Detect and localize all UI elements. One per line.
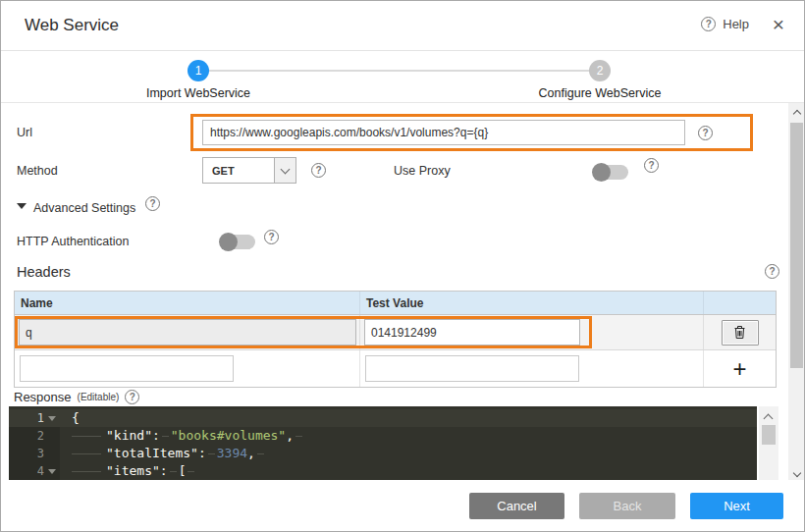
code-token: "items": [106, 463, 160, 478]
code-token: "totalItems": [106, 446, 198, 460]
url-highlight-box: ?: [190, 114, 753, 151]
method-select[interactable]: GET: [202, 157, 296, 184]
table-row: [15, 315, 776, 350]
advanced-settings-help-icon[interactable]: ?: [145, 196, 160, 211]
header-name-input[interactable]: [19, 319, 356, 346]
toggle-knob: [219, 233, 238, 251]
cancel-button[interactable]: Cancel: [469, 493, 564, 519]
http-auth-help-icon[interactable]: ?: [264, 230, 279, 244]
code-token: "books#volumes": [171, 428, 286, 443]
trash-icon: [733, 325, 746, 340]
code-token: "kind": [106, 428, 152, 443]
add-row-button[interactable]: +: [732, 357, 746, 381]
headers-help-icon[interactable]: ?: [765, 264, 779, 279]
advanced-settings-collapse-icon[interactable]: [17, 203, 27, 209]
table-header-row: Name Test Value: [15, 292, 776, 315]
stepper-connector: [205, 70, 594, 72]
response-code-editor[interactable]: 1 { 2 "kind":"books#volumes", 3 "totalIt…: [9, 406, 778, 482]
page-scrollbar-thumb[interactable]: [790, 123, 803, 368]
code-token: :: [152, 428, 160, 443]
code-token: :: [198, 446, 206, 460]
column-header-name: Name: [15, 292, 360, 314]
use-proxy-help-icon[interactable]: ?: [644, 158, 659, 173]
headers-table: Name Test Value: [14, 291, 777, 388]
titlebar: Web Service ? Help ×: [1, 1, 804, 51]
code-line-3[interactable]: 3 "totalItems":3394,: [9, 445, 757, 462]
column-header-test-value: Test Value: [360, 292, 704, 314]
http-auth-label: HTTP Authentication: [17, 235, 129, 248]
url-input[interactable]: [202, 120, 685, 145]
web-service-dialog: Web Service ? Help × 1 Import WebService…: [0, 0, 805, 532]
line-number: 2: [37, 429, 44, 443]
code-token: 3394: [217, 446, 247, 460]
method-selected-value: GET: [212, 165, 235, 177]
response-label-row: Response (Editable) ?: [14, 390, 139, 404]
code-fold-icon[interactable]: [48, 469, 56, 474]
code-line-1[interactable]: 1 {: [9, 409, 757, 427]
step-1-circle[interactable]: 1: [188, 60, 209, 81]
code-line-2[interactable]: 2 "kind":"books#volumes",: [9, 427, 757, 445]
table-row-new: +: [15, 350, 776, 387]
help-icon[interactable]: ?: [701, 17, 716, 31]
back-button[interactable]: Back: [579, 493, 675, 519]
editor-scrollbar[interactable]: [757, 406, 778, 482]
code-line-4[interactable]: 4 "items":[: [9, 462, 757, 480]
code-token: [: [179, 463, 187, 478]
next-button[interactable]: Next: [690, 493, 783, 519]
page-scrollbar[interactable]: [788, 103, 805, 482]
help-label[interactable]: Help: [723, 17, 749, 31]
close-icon[interactable]: ×: [773, 13, 784, 36]
code-token: {: [72, 410, 80, 425]
wizard-stepper: 1 Import WebService 2 Configure WebServi…: [1, 52, 804, 102]
step-2-circle[interactable]: 2: [589, 60, 611, 81]
method-help-icon[interactable]: ?: [311, 163, 326, 178]
help-button[interactable]: ? Help: [701, 17, 749, 31]
toggle-knob: [592, 163, 611, 182]
new-header-name-input[interactable]: [20, 355, 234, 382]
editor-scroll-up-icon[interactable]: [764, 414, 774, 424]
code-fold-icon[interactable]: [48, 416, 56, 421]
response-label: Response: [14, 390, 72, 404]
url-help-icon[interactable]: ?: [698, 126, 713, 140]
method-label: Method: [17, 164, 58, 178]
content-area: Url ? Method GET ? Use Proxy ? Advanced …: [1, 102, 805, 482]
footer: Cancel Back Next: [1, 480, 804, 531]
response-editable-label: (Editable): [78, 392, 120, 402]
scroll-up-button[interactable]: [788, 103, 805, 121]
line-number: 1: [37, 411, 44, 425]
line-number: 4: [37, 464, 44, 478]
advanced-settings-label[interactable]: Advanced Settings: [33, 201, 135, 215]
step-2-label: Configure WebService: [492, 86, 708, 100]
code-editor-lines[interactable]: 1 { 2 "kind":"books#volumes", 3 "totalIt…: [9, 406, 757, 482]
header-test-value-input[interactable]: [364, 319, 580, 346]
step-1-label: Import WebService: [90, 86, 306, 100]
code-token: ,: [247, 446, 255, 460]
http-auth-toggle[interactable]: [220, 235, 255, 249]
line-number: 3: [37, 447, 44, 460]
url-label: Url: [17, 126, 32, 139]
column-header-actions: [704, 292, 776, 314]
use-proxy-label: Use Proxy: [394, 164, 451, 178]
code-token: ,: [286, 428, 294, 443]
editor-scrollbar-thumb[interactable]: [762, 425, 776, 445]
code-token: :: [160, 463, 168, 478]
new-header-test-value-input[interactable]: [365, 355, 579, 382]
headers-section-title: Headers: [17, 264, 71, 280]
use-proxy-toggle[interactable]: [593, 165, 628, 180]
delete-row-button[interactable]: [722, 320, 759, 346]
chevron-down-icon[interactable]: [274, 158, 295, 183]
dialog-title: Web Service: [25, 16, 119, 35]
response-help-icon[interactable]: ?: [125, 390, 139, 404]
